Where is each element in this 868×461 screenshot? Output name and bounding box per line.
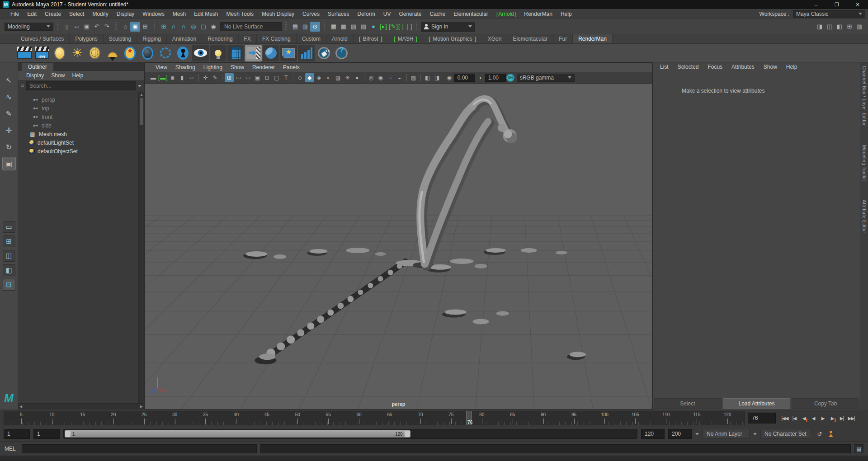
shelf-tab[interactable]: MASH bbox=[388, 34, 424, 43]
shadows-icon[interactable]: ● bbox=[353, 73, 362, 82]
depth-of-field-icon[interactable]: ◒ bbox=[395, 73, 404, 82]
outliner-item[interactable]: defaultObjectSet bbox=[18, 147, 144, 155]
pxr-render-stats-icon[interactable] bbox=[298, 45, 315, 61]
renderman-stats-icon[interactable]: ❘❘ bbox=[398, 22, 412, 32]
four-pane-layout-button[interactable]: ⊞ bbox=[3, 235, 15, 247]
character-set-menu-icon[interactable]: ↺ bbox=[815, 429, 825, 439]
lighting-icon[interactable]: ☀ bbox=[343, 73, 352, 82]
exposure-value-field[interactable]: 0.00 bbox=[454, 74, 475, 82]
viewport-menu-item[interactable]: Renderer bbox=[248, 64, 279, 71]
play-forwards-button[interactable]: ▶ bbox=[818, 413, 827, 423]
outliner-tab[interactable]: Outliner bbox=[22, 63, 53, 71]
two-pane-layout-button[interactable]: ◧ bbox=[3, 264, 15, 276]
menu-item[interactable]: Mesh Tools bbox=[222, 9, 258, 19]
scale-tool-icon[interactable]: ▣ bbox=[2, 157, 16, 170]
outliner-item[interactable]: defaultLightSet bbox=[18, 138, 144, 147]
multisample-icon[interactable]: ○ bbox=[386, 73, 395, 82]
resolution-gate-icon[interactable]: ▭ bbox=[244, 73, 253, 82]
shelf-tab[interactable]: Arnold bbox=[326, 34, 354, 43]
camera-attributes-icon[interactable]: ◙ bbox=[168, 73, 177, 82]
viewport-menu-item[interactable]: Lighting bbox=[199, 64, 226, 71]
chevron-down-icon[interactable] bbox=[753, 433, 757, 435]
range-slider-bar[interactable]: 1 120 bbox=[65, 430, 410, 437]
minimize-button[interactable]: – bbox=[806, 0, 826, 9]
divider[interactable] bbox=[198, 74, 199, 81]
outliner-item[interactable]: persp bbox=[18, 95, 144, 104]
command-input[interactable] bbox=[22, 444, 257, 453]
scroll-up-icon[interactable]: ▲ bbox=[139, 92, 144, 98]
render-current-frame-icon[interactable]: ▩ bbox=[339, 22, 349, 32]
scrollbar-thumb[interactable] bbox=[140, 98, 143, 125]
pxr-bake-texture-icon[interactable] bbox=[245, 45, 262, 61]
filter-icon[interactable]: ⌗ bbox=[21, 82, 24, 89]
viewport-menu-item[interactable]: Show bbox=[226, 64, 248, 71]
pxr-env-day-light-icon[interactable] bbox=[86, 45, 103, 61]
pane-layout-right-icon[interactable]: ◨ bbox=[433, 73, 442, 82]
toggle-tool-settings-icon[interactable]: ⊞ bbox=[844, 22, 854, 32]
renderman-it-icon[interactable]: ✎ bbox=[388, 22, 398, 32]
outliner-item[interactable]: top bbox=[18, 104, 144, 113]
toggle-hypershade-panel-icon[interactable]: ◫ bbox=[825, 22, 835, 32]
toggle-attribute-editor-icon[interactable]: ◧ bbox=[835, 22, 844, 32]
wireframe-icon[interactable]: ◇ bbox=[296, 73, 305, 82]
script-editor-button[interactable]: ▤ bbox=[854, 444, 863, 453]
gamma-icon[interactable]: ◑ bbox=[476, 73, 485, 82]
input-connections-icon[interactable]: ▤ bbox=[290, 22, 300, 32]
outliner-menu-item[interactable]: Show bbox=[47, 72, 68, 79]
menu-item[interactable]: Surfaces bbox=[324, 9, 353, 19]
chevron-down-icon[interactable] bbox=[138, 85, 142, 87]
persp-outliner-layout-button[interactable]: ◫ bbox=[3, 250, 15, 262]
viewport-menu-item[interactable]: View bbox=[151, 64, 171, 71]
exposure-icon[interactable]: ◉ bbox=[445, 73, 454, 82]
attribute-editor-menu-item[interactable]: Attributes bbox=[727, 64, 759, 70]
character-set-person-icon[interactable] bbox=[828, 431, 834, 437]
renderman-help-icon[interactable]: ? bbox=[333, 45, 350, 61]
xray-icon[interactable]: ▨ bbox=[334, 73, 343, 82]
close-button[interactable]: ✕ bbox=[847, 0, 868, 9]
colorspace-dropdown[interactable]: sRGB gamma bbox=[517, 74, 575, 82]
menu-item[interactable]: Elementacular bbox=[449, 9, 492, 19]
new-scene-icon[interactable]: ▯ bbox=[62, 22, 72, 32]
shelf-tab[interactable]: FX bbox=[239, 34, 257, 43]
maximize-button[interactable]: ❐ bbox=[826, 0, 847, 9]
outliner-menu-item[interactable]: Help bbox=[68, 72, 87, 79]
divider[interactable] bbox=[364, 74, 364, 81]
gate-mask-icon[interactable]: ▣ bbox=[253, 73, 262, 82]
menu-item[interactable]: Mesh bbox=[169, 9, 190, 19]
pane-layout-left-icon[interactable]: ◧ bbox=[423, 73, 432, 82]
playback-start-field[interactable]: 1 bbox=[33, 429, 60, 439]
menu-item[interactable]: Windows bbox=[138, 9, 169, 19]
shelf-tab[interactable]: XGen bbox=[482, 34, 508, 43]
film-gate-icon[interactable]: ▭ bbox=[234, 73, 243, 82]
gamma-value-field[interactable]: 1.00 bbox=[485, 74, 506, 82]
menuset-dropdown[interactable]: Modeling bbox=[5, 23, 53, 31]
shelf-tab[interactable]: Elementacular bbox=[507, 34, 553, 43]
snap-to-grid-icon[interactable]: ⊞ bbox=[159, 22, 169, 32]
menu-item[interactable]: Curves bbox=[298, 9, 324, 19]
character-set-button[interactable]: No Character Set bbox=[760, 429, 811, 439]
select-button[interactable]: Select bbox=[654, 398, 722, 409]
pxr-distant-light-icon[interactable]: ☀ bbox=[69, 45, 85, 61]
renderman-render-shelf-icon[interactable] bbox=[16, 45, 33, 61]
snap-to-point-icon[interactable]: ∩ bbox=[179, 22, 189, 32]
menu-item[interactable]: Edit bbox=[23, 9, 41, 19]
menu-item[interactable]: Generate bbox=[395, 9, 425, 19]
attribute-editor-menu-item[interactable]: Show bbox=[759, 64, 782, 70]
motion-blur-icon[interactable]: ◉ bbox=[376, 73, 385, 82]
menu-item[interactable]: File bbox=[6, 9, 23, 19]
ipr-render-icon[interactable]: ▨ bbox=[349, 22, 359, 32]
occlusion-icon[interactable]: ◎ bbox=[367, 73, 376, 82]
toggle-modeling-toolkit-icon[interactable]: ◨ bbox=[815, 22, 825, 32]
select-tool-icon[interactable]: ↖ bbox=[2, 73, 16, 87]
play-backwards-button[interactable]: ◀ bbox=[809, 413, 818, 423]
attribute-editor-menu-item[interactable]: Focus bbox=[703, 64, 727, 70]
animation-end-field[interactable]: 200 bbox=[668, 429, 692, 439]
output-connections-icon[interactable]: ▥ bbox=[300, 22, 310, 32]
render-settings-icon[interactable]: ▧ bbox=[359, 22, 368, 32]
load-attributes-button[interactable]: Load Attributes bbox=[723, 398, 791, 409]
open-scene-icon[interactable]: ▱ bbox=[72, 22, 82, 32]
snap-to-view-plane-icon[interactable]: ▢ bbox=[198, 22, 208, 32]
shelf-tab[interactable]: Rigging bbox=[137, 34, 167, 43]
safe-title-icon[interactable]: T bbox=[282, 73, 291, 82]
toggle-channel-box-icon[interactable]: ▥ bbox=[854, 22, 864, 32]
